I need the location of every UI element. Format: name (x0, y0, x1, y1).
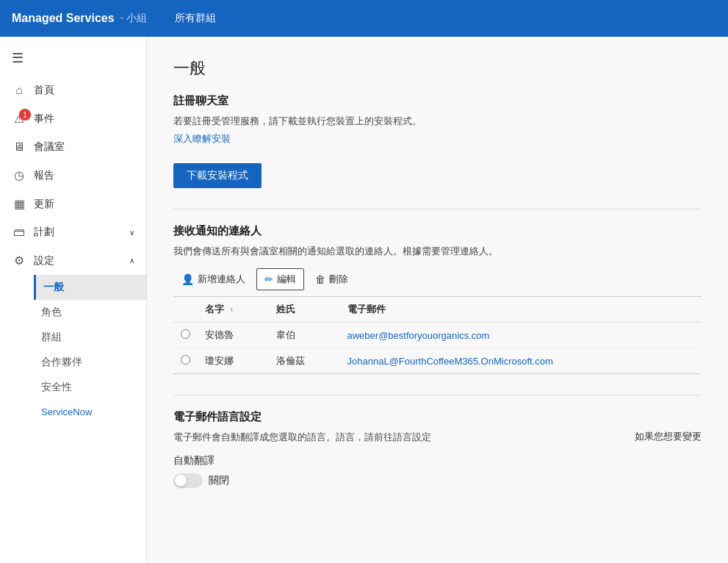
sidebar-item-security[interactable]: 安全性 (34, 375, 146, 400)
delete-icon: 🗑 (315, 273, 325, 285)
toggle-control-row[interactable]: 關閉 (173, 473, 702, 488)
plans-icon: 🗃 (12, 226, 26, 239)
topbar-brand: Managed Services (12, 12, 115, 25)
email-lang-desc: 電子郵件會自動翻譯成您選取的語言。語言，請前往語言設定 (173, 430, 591, 445)
table-row: 安德魯 韋伯 aweber@bestforyouorganics.com (173, 323, 702, 348)
toggle-knob (175, 475, 187, 487)
sidebar-label-events: 事件 (34, 112, 54, 126)
email-lang-left: 電子郵件會自動翻譯成您選取的語言。語言，請前往語言設定 (173, 430, 591, 448)
sidebar-label-general: 一般 (43, 281, 64, 294)
sidebar-item-servicenow[interactable]: ServiceNow (34, 400, 146, 423)
row1-select[interactable] (173, 323, 198, 348)
sidebar-item-updates[interactable]: ▦ 更新 (0, 190, 146, 218)
edit-icon: ✏ (264, 273, 273, 285)
sidebar-item-groups[interactable]: 群組 (34, 325, 146, 350)
sidebar-label-partners: 合作夥伴 (41, 356, 82, 369)
sidebar-label-updates: 更新 (34, 198, 54, 211)
main-content: 一般 註冊聊天室 若要註冊受管理服務，請下載並執行您裝置上的安裝程式。 深入瞭解… (147, 37, 728, 563)
topbar: Managed Services - 小組 所有群組 (0, 0, 728, 37)
sidebar-label-servicenow: ServiceNow (41, 406, 92, 417)
updates-icon: ▦ (12, 197, 26, 211)
sidebar-item-settings[interactable]: ⚙ 設定 ∧ (0, 246, 146, 275)
col-select (173, 297, 198, 323)
page-title: 一般 (173, 57, 702, 79)
divider-1 (173, 209, 702, 209)
contacts-table-wrapper: 名字 ↑ 姓氏 電子郵件 (173, 296, 702, 374)
contacts-toolbar: 👤 新增連絡人 ✏ 編輯 🗑 刪除 (173, 268, 702, 290)
sidebar-item-general[interactable]: 一般 (34, 275, 146, 300)
email-lang-right: 如果您想要變更 (635, 430, 702, 443)
auto-translate-toggle[interactable] (173, 473, 203, 488)
email-lang-section: 電子郵件語言設定 電子郵件會自動翻譯成您選取的語言。語言，請前往語言設定 如果您… (173, 410, 702, 488)
meetings-icon: 🖥 (12, 140, 26, 154)
sidebar-item-roles[interactable]: 角色 (34, 300, 146, 325)
col-firstname: 名字 ↑ (198, 297, 269, 323)
col-lastname: 姓氏 (269, 297, 340, 323)
row2-lastname: 洛倫茲 (269, 348, 340, 374)
settings-sub-menu: 一般 角色 群組 合作夥伴 安全性 ServiceNow (0, 275, 146, 423)
sidebar-label-reports: 報告 (34, 169, 54, 182)
table-header-row: 名字 ↑ 姓氏 電子郵件 (173, 297, 702, 323)
add-contact-button[interactable]: 👤 新增連絡人 (173, 268, 253, 290)
settings-icon: ⚙ (12, 254, 26, 268)
add-icon: 👤 (181, 273, 194, 285)
delete-contact-button[interactable]: 🗑 刪除 (307, 268, 356, 290)
sidebar-item-partners[interactable]: 合作夥伴 (34, 350, 146, 375)
topbar-subtitle: - 小組 (120, 12, 148, 25)
layout: ☰ ⌂ 首頁 ⚠ 事件 1 🖥 會議室 ◷ 報告 ▦ 更新 🗃 計劃 ∨ (0, 37, 728, 563)
col-email: 電子郵件 (340, 297, 702, 323)
home-icon: ⌂ (12, 84, 26, 97)
download-button[interactable]: 下載安裝程式 (173, 163, 262, 188)
sidebar-label-plans: 計劃 (34, 226, 54, 239)
row2-select[interactable] (173, 348, 198, 374)
sidebar-item-home[interactable]: ⌂ 首頁 (0, 76, 146, 104)
contacts-section: 接收通知的連絡人 我們會傳送所有與會議室相關的通知給選取的連絡人。根據需要管理連… (173, 224, 702, 375)
row2-firstname: 瓊安娜 (198, 348, 269, 374)
plans-chevron: ∨ (129, 229, 134, 237)
sidebar-item-plans[interactable]: 🗃 計劃 ∨ (0, 218, 146, 246)
contacts-table: 名字 ↑ 姓氏 電子郵件 (173, 297, 702, 373)
divider-2 (173, 395, 702, 395)
toggle-state-label: 關閉 (209, 474, 229, 487)
row1-email[interactable]: aweber@bestforyouorganics.com (340, 323, 702, 348)
row1-firstname: 安德魯 (198, 323, 269, 348)
reports-icon: ◷ (12, 168, 26, 182)
email-lang-row: 電子郵件會自動翻譯成您選取的語言。語言，請前往語言設定 如果您想要變更 (173, 430, 702, 448)
auto-translate-label: 自動翻譯 (173, 454, 215, 467)
contacts-desc: 我們會傳送所有與會議室相關的通知給選取的連絡人。根據需要管理連絡人。 (173, 244, 702, 259)
sidebar-label-settings: 設定 (34, 254, 54, 268)
sidebar-label-meetings: 會議室 (34, 140, 65, 154)
register-learn-link[interactable]: 深入瞭解安裝 (173, 132, 702, 146)
edit-contact-button[interactable]: ✏ 編輯 (256, 268, 304, 290)
register-section: 註冊聊天室 若要註冊受管理服務，請下載並執行您裝置上的安裝程式。 深入瞭解安裝 … (173, 94, 702, 188)
contacts-title: 接收通知的連絡人 (173, 224, 702, 238)
topbar-section: 所有群組 (175, 12, 216, 25)
sidebar-item-events[interactable]: ⚠ 事件 1 (0, 104, 146, 133)
toggle-row: 自動翻譯 (173, 454, 702, 467)
sidebar-label-groups: 群組 (41, 331, 62, 344)
sort-icon-firstname: ↑ (230, 306, 234, 314)
register-title: 註冊聊天室 (173, 94, 702, 108)
sidebar-label-home: 首頁 (34, 84, 54, 97)
sidebar-label-security: 安全性 (41, 381, 72, 394)
events-badge: 1 (19, 109, 31, 121)
sidebar-label-roles: 角色 (41, 306, 62, 319)
register-desc1: 若要註冊受管理服務，請下載並執行您裝置上的安裝程式。 (173, 114, 702, 129)
table-row: 瓊安娜 洛倫茲 JohannaL@FourthCoffeeM365.OnMicr… (173, 348, 702, 374)
row1-lastname: 韋伯 (269, 323, 340, 348)
email-lang-desc1: 電子郵件會自動翻譯成您選取的語言 (173, 431, 326, 442)
sidebar: ☰ ⌂ 首頁 ⚠ 事件 1 🖥 會議室 ◷ 報告 ▦ 更新 🗃 計劃 ∨ (0, 37, 147, 563)
add-contact-label: 新增連絡人 (198, 273, 245, 286)
hamburger-icon[interactable]: ☰ (0, 43, 146, 76)
email-lang-title: 電子郵件語言設定 (173, 410, 702, 424)
row2-email[interactable]: JohannaL@FourthCoffeeM365.OnMicrosoft.co… (340, 348, 702, 374)
sidebar-item-reports[interactable]: ◷ 報告 (0, 161, 146, 190)
email-lang-desc2: 。語言，請前往語言設定 (326, 431, 431, 442)
delete-contact-label: 刪除 (329, 273, 348, 286)
sidebar-item-meetings[interactable]: 🖥 會議室 (0, 133, 146, 161)
edit-contact-label: 編輯 (277, 273, 296, 286)
settings-chevron: ∧ (129, 257, 134, 265)
